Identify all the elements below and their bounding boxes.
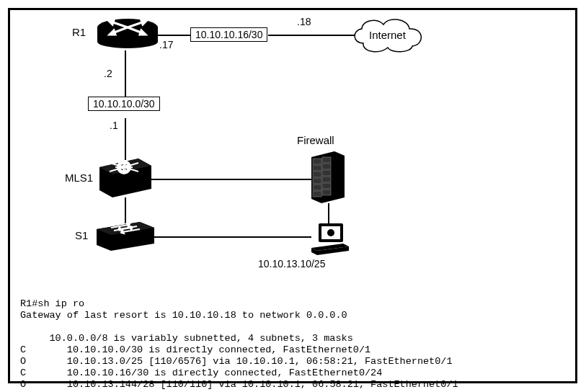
- host-r1-down: .2: [104, 68, 112, 79]
- router-r1: [95, 14, 160, 49]
- svg-rect-35: [322, 164, 331, 169]
- svg-rect-37: [322, 170, 331, 176]
- cli-output: R1#sh ip ro Gateway of last resort is 10…: [20, 287, 458, 392]
- svg-rect-39: [322, 177, 331, 182]
- cli-l2c: O: [20, 356, 26, 367]
- label-r1: R1: [72, 26, 86, 38]
- label-pc-ip: 10.10.13.10/25: [258, 258, 325, 270]
- cli-l1c: C: [20, 344, 26, 355]
- svg-rect-32: [313, 159, 321, 164]
- topology-links: [10, 10, 575, 284]
- label-internet: Internet: [369, 29, 406, 41]
- cli-l2: 10.10.13.0/25 [110/6576] via 10.10.10.1,…: [26, 356, 452, 367]
- cli-l4c: O: [20, 379, 26, 390]
- cli-l3c: C: [20, 368, 26, 378]
- host-internet-side: .18: [297, 16, 311, 27]
- netbox-r1-mls1: 10.10.10.0/30: [88, 97, 160, 111]
- svg-rect-36: [313, 172, 321, 177]
- svg-rect-33: [322, 157, 331, 163]
- svg-rect-34: [313, 165, 321, 171]
- host-r1-up: .17: [159, 39, 173, 50]
- label-firewall: Firewall: [297, 134, 334, 146]
- netbox-r1-internet: 10.10.10.16/30: [190, 27, 267, 42]
- cli-l3: 10.10.10.16/30 is directly connected, Fa…: [26, 368, 382, 378]
- svg-rect-42: [313, 191, 321, 197]
- label-s1: S1: [75, 229, 88, 241]
- firewall-device: [311, 151, 345, 203]
- mls1-switch: Si: [99, 159, 151, 197]
- label-mls1: MLS1: [65, 172, 93, 184]
- cli-l1: 10.10.10.0/30 is directly connected, Fas…: [26, 344, 370, 355]
- svg-rect-41: [322, 183, 331, 189]
- diagram-frame: R1 10.10.10.16/30 .17 .18 Internet .2 10…: [8, 8, 577, 383]
- host-mls1-up: .1: [110, 120, 118, 131]
- cli-prompt: R1#sh ip ro: [20, 298, 84, 309]
- s1-switch: [97, 222, 154, 251]
- svg-rect-38: [313, 178, 321, 184]
- svg-rect-43: [322, 190, 331, 195]
- svg-point-59: [327, 229, 334, 236]
- svg-rect-40: [313, 184, 321, 190]
- cli-l4: 10.10.13.144/28 [110/110] via 10.10.10.1…: [26, 379, 458, 390]
- topology-area: R1 10.10.10.16/30 .17 .18 Internet .2 10…: [10, 10, 575, 284]
- pc-host: [308, 222, 352, 257]
- cli-gateway: Gateway of last resort is 10.10.10.18 to…: [20, 310, 347, 321]
- cli-summary: 10.0.0.0/8 is variably subnetted, 4 subn…: [20, 333, 353, 344]
